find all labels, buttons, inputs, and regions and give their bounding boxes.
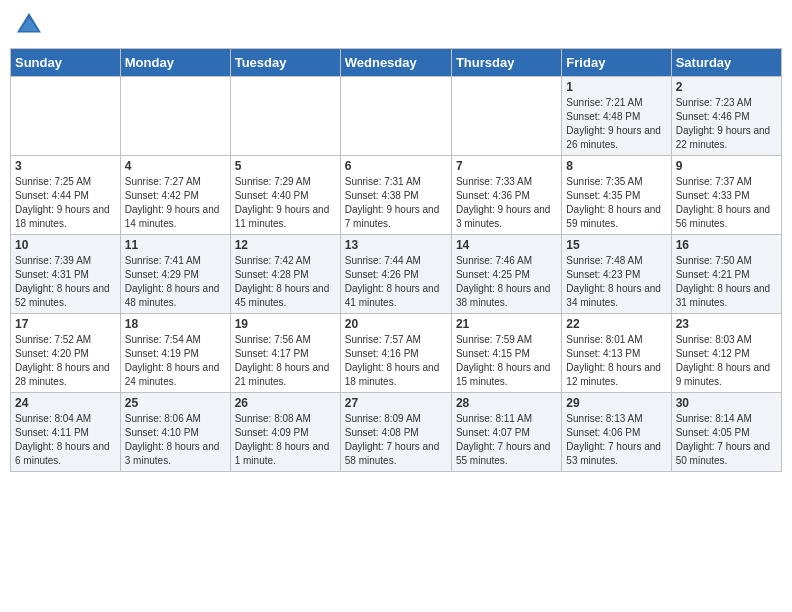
week-row-2: 3Sunrise: 7:25 AM Sunset: 4:44 PM Daylig… <box>11 156 782 235</box>
calendar-cell <box>230 77 340 156</box>
week-row-1: 1Sunrise: 7:21 AM Sunset: 4:48 PM Daylig… <box>11 77 782 156</box>
calendar-cell: 22Sunrise: 8:01 AM Sunset: 4:13 PM Dayli… <box>562 314 671 393</box>
day-info: Sunrise: 7:21 AM Sunset: 4:48 PM Dayligh… <box>566 96 666 152</box>
week-row-4: 17Sunrise: 7:52 AM Sunset: 4:20 PM Dayli… <box>11 314 782 393</box>
calendar-cell: 17Sunrise: 7:52 AM Sunset: 4:20 PM Dayli… <box>11 314 121 393</box>
calendar-cell: 2Sunrise: 7:23 AM Sunset: 4:46 PM Daylig… <box>671 77 781 156</box>
calendar-cell: 20Sunrise: 7:57 AM Sunset: 4:16 PM Dayli… <box>340 314 451 393</box>
day-number: 18 <box>125 317 226 331</box>
calendar-cell: 24Sunrise: 8:04 AM Sunset: 4:11 PM Dayli… <box>11 393 121 472</box>
day-info: Sunrise: 7:25 AM Sunset: 4:44 PM Dayligh… <box>15 175 116 231</box>
weekday-header-tuesday: Tuesday <box>230 49 340 77</box>
day-info: Sunrise: 7:23 AM Sunset: 4:46 PM Dayligh… <box>676 96 777 152</box>
calendar-cell <box>340 77 451 156</box>
calendar-cell: 14Sunrise: 7:46 AM Sunset: 4:25 PM Dayli… <box>451 235 561 314</box>
calendar-cell: 11Sunrise: 7:41 AM Sunset: 4:29 PM Dayli… <box>120 235 230 314</box>
day-info: Sunrise: 8:09 AM Sunset: 4:08 PM Dayligh… <box>345 412 447 468</box>
day-number: 30 <box>676 396 777 410</box>
calendar-cell: 8Sunrise: 7:35 AM Sunset: 4:35 PM Daylig… <box>562 156 671 235</box>
day-number: 28 <box>456 396 557 410</box>
day-info: Sunrise: 7:27 AM Sunset: 4:42 PM Dayligh… <box>125 175 226 231</box>
day-number: 12 <box>235 238 336 252</box>
day-info: Sunrise: 7:52 AM Sunset: 4:20 PM Dayligh… <box>15 333 116 389</box>
day-number: 25 <box>125 396 226 410</box>
calendar-cell: 7Sunrise: 7:33 AM Sunset: 4:36 PM Daylig… <box>451 156 561 235</box>
day-info: Sunrise: 7:56 AM Sunset: 4:17 PM Dayligh… <box>235 333 336 389</box>
calendar-cell: 29Sunrise: 8:13 AM Sunset: 4:06 PM Dayli… <box>562 393 671 472</box>
day-info: Sunrise: 8:01 AM Sunset: 4:13 PM Dayligh… <box>566 333 666 389</box>
weekday-header-monday: Monday <box>120 49 230 77</box>
weekday-header-sunday: Sunday <box>11 49 121 77</box>
day-number: 20 <box>345 317 447 331</box>
day-info: Sunrise: 7:39 AM Sunset: 4:31 PM Dayligh… <box>15 254 116 310</box>
calendar-cell: 1Sunrise: 7:21 AM Sunset: 4:48 PM Daylig… <box>562 77 671 156</box>
calendar: SundayMondayTuesdayWednesdayThursdayFrid… <box>10 48 782 472</box>
calendar-cell: 19Sunrise: 7:56 AM Sunset: 4:17 PM Dayli… <box>230 314 340 393</box>
day-number: 4 <box>125 159 226 173</box>
calendar-cell: 21Sunrise: 7:59 AM Sunset: 4:15 PM Dayli… <box>451 314 561 393</box>
day-number: 16 <box>676 238 777 252</box>
day-number: 26 <box>235 396 336 410</box>
calendar-cell <box>451 77 561 156</box>
day-number: 23 <box>676 317 777 331</box>
day-info: Sunrise: 7:48 AM Sunset: 4:23 PM Dayligh… <box>566 254 666 310</box>
day-number: 29 <box>566 396 666 410</box>
calendar-cell: 18Sunrise: 7:54 AM Sunset: 4:19 PM Dayli… <box>120 314 230 393</box>
day-number: 2 <box>676 80 777 94</box>
calendar-cell: 6Sunrise: 7:31 AM Sunset: 4:38 PM Daylig… <box>340 156 451 235</box>
day-info: Sunrise: 8:04 AM Sunset: 4:11 PM Dayligh… <box>15 412 116 468</box>
day-info: Sunrise: 7:31 AM Sunset: 4:38 PM Dayligh… <box>345 175 447 231</box>
calendar-cell: 25Sunrise: 8:06 AM Sunset: 4:10 PM Dayli… <box>120 393 230 472</box>
calendar-cell: 10Sunrise: 7:39 AM Sunset: 4:31 PM Dayli… <box>11 235 121 314</box>
day-number: 1 <box>566 80 666 94</box>
weekday-header-wednesday: Wednesday <box>340 49 451 77</box>
header <box>10 10 782 40</box>
day-number: 6 <box>345 159 447 173</box>
day-info: Sunrise: 8:06 AM Sunset: 4:10 PM Dayligh… <box>125 412 226 468</box>
day-number: 27 <box>345 396 447 410</box>
day-number: 9 <box>676 159 777 173</box>
calendar-cell: 27Sunrise: 8:09 AM Sunset: 4:08 PM Dayli… <box>340 393 451 472</box>
day-number: 7 <box>456 159 557 173</box>
calendar-cell: 4Sunrise: 7:27 AM Sunset: 4:42 PM Daylig… <box>120 156 230 235</box>
day-info: Sunrise: 7:54 AM Sunset: 4:19 PM Dayligh… <box>125 333 226 389</box>
calendar-cell: 30Sunrise: 8:14 AM Sunset: 4:05 PM Dayli… <box>671 393 781 472</box>
day-number: 10 <box>15 238 116 252</box>
day-info: Sunrise: 7:46 AM Sunset: 4:25 PM Dayligh… <box>456 254 557 310</box>
day-info: Sunrise: 7:35 AM Sunset: 4:35 PM Dayligh… <box>566 175 666 231</box>
weekday-header-thursday: Thursday <box>451 49 561 77</box>
day-number: 21 <box>456 317 557 331</box>
calendar-cell: 23Sunrise: 8:03 AM Sunset: 4:12 PM Dayli… <box>671 314 781 393</box>
calendar-cell: 3Sunrise: 7:25 AM Sunset: 4:44 PM Daylig… <box>11 156 121 235</box>
day-number: 11 <box>125 238 226 252</box>
calendar-cell: 26Sunrise: 8:08 AM Sunset: 4:09 PM Dayli… <box>230 393 340 472</box>
day-info: Sunrise: 8:13 AM Sunset: 4:06 PM Dayligh… <box>566 412 666 468</box>
week-row-3: 10Sunrise: 7:39 AM Sunset: 4:31 PM Dayli… <box>11 235 782 314</box>
day-info: Sunrise: 8:08 AM Sunset: 4:09 PM Dayligh… <box>235 412 336 468</box>
day-number: 8 <box>566 159 666 173</box>
calendar-cell <box>11 77 121 156</box>
day-info: Sunrise: 7:57 AM Sunset: 4:16 PM Dayligh… <box>345 333 447 389</box>
day-number: 19 <box>235 317 336 331</box>
day-info: Sunrise: 8:14 AM Sunset: 4:05 PM Dayligh… <box>676 412 777 468</box>
calendar-cell: 13Sunrise: 7:44 AM Sunset: 4:26 PM Dayli… <box>340 235 451 314</box>
day-info: Sunrise: 7:44 AM Sunset: 4:26 PM Dayligh… <box>345 254 447 310</box>
logo-icon <box>14 10 44 40</box>
day-info: Sunrise: 7:50 AM Sunset: 4:21 PM Dayligh… <box>676 254 777 310</box>
day-info: Sunrise: 7:33 AM Sunset: 4:36 PM Dayligh… <box>456 175 557 231</box>
day-info: Sunrise: 7:29 AM Sunset: 4:40 PM Dayligh… <box>235 175 336 231</box>
weekday-header-row: SundayMondayTuesdayWednesdayThursdayFrid… <box>11 49 782 77</box>
calendar-cell <box>120 77 230 156</box>
day-number: 24 <box>15 396 116 410</box>
day-number: 17 <box>15 317 116 331</box>
calendar-cell: 5Sunrise: 7:29 AM Sunset: 4:40 PM Daylig… <box>230 156 340 235</box>
day-info: Sunrise: 7:42 AM Sunset: 4:28 PM Dayligh… <box>235 254 336 310</box>
calendar-cell: 15Sunrise: 7:48 AM Sunset: 4:23 PM Dayli… <box>562 235 671 314</box>
calendar-cell: 16Sunrise: 7:50 AM Sunset: 4:21 PM Dayli… <box>671 235 781 314</box>
day-info: Sunrise: 7:59 AM Sunset: 4:15 PM Dayligh… <box>456 333 557 389</box>
week-row-5: 24Sunrise: 8:04 AM Sunset: 4:11 PM Dayli… <box>11 393 782 472</box>
weekday-header-saturday: Saturday <box>671 49 781 77</box>
day-number: 22 <box>566 317 666 331</box>
weekday-header-friday: Friday <box>562 49 671 77</box>
day-number: 13 <box>345 238 447 252</box>
